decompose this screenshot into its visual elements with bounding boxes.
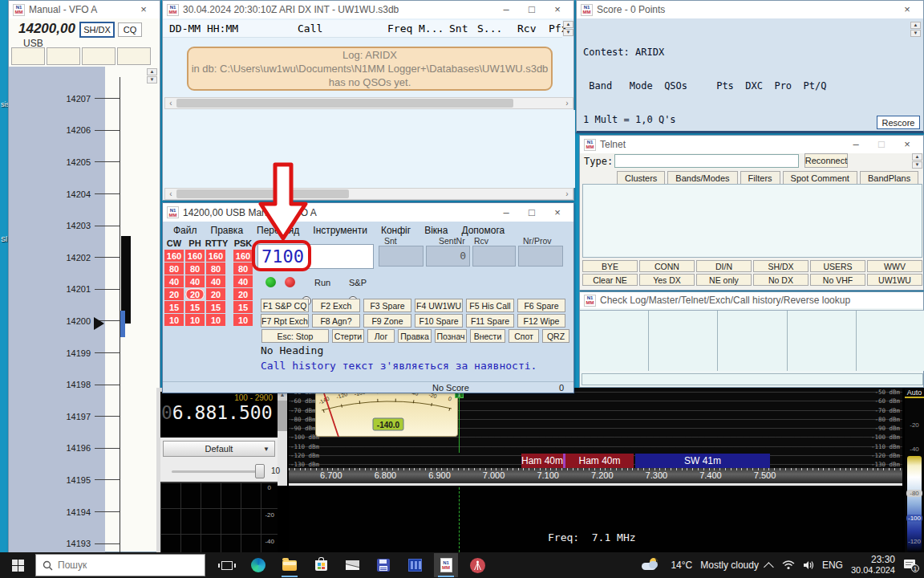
action-buttons-row[interactable]: Esc: StopСтертиЛогПравкаПозначВнестиСпот… <box>261 329 569 343</box>
bandmap-frequency-row[interactable]: 14207 <box>10 83 120 115</box>
maximize-icon[interactable]: □ <box>869 137 894 152</box>
log-header-row[interactable]: DD-MM HH:MM Call Freq M... Snt S... Rcv … <box>163 20 562 38</box>
log-scrollbar-2[interactable]: ‹ › <box>164 188 573 200</box>
reconnect-button[interactable]: Reconnect <box>804 153 848 168</box>
log-titlebar[interactable]: N1MM 30.04.2024 20:30:10Z ARI DX INT - U… <box>163 1 573 18</box>
fkey-button[interactable]: F6 Spare <box>517 299 565 312</box>
telnet-command-button[interactable]: No VHF <box>810 274 865 286</box>
col-freq[interactable]: Freq <box>387 22 412 35</box>
close-icon[interactable]: × <box>895 137 919 152</box>
colorbar-badge[interactable]: -80 <box>906 490 922 497</box>
telnet-command-button[interactable]: DI/N <box>696 260 752 272</box>
volume-slider[interactable]: 10 <box>160 462 278 482</box>
tray-expand-icon[interactable] <box>764 562 774 572</box>
sp-label[interactable]: S&P <box>349 278 367 287</box>
bandmap-frequency-row[interactable]: 14201 <box>10 274 120 306</box>
maximize-icon[interactable]: □ <box>520 206 544 220</box>
telnet-command-button[interactable]: Clear NE <box>582 274 638 286</box>
band-button[interactable]: 80 <box>185 263 205 275</box>
vfo-box-1[interactable] <box>11 47 45 65</box>
blue-grid-app-icon[interactable] <box>403 553 427 577</box>
score-titlebar[interactable]: N1MM Score - 0 Points × <box>577 1 923 18</box>
sdr-radio-app-icon[interactable] <box>465 553 489 577</box>
close-icon[interactable]: × <box>545 206 569 220</box>
ms-store-icon[interactable] <box>309 553 333 577</box>
telnet-command-button[interactable]: NE only <box>696 274 752 286</box>
action-button[interactable]: Стерти <box>332 329 364 343</box>
band-button[interactable]: 10 <box>185 314 205 326</box>
bandmap-frequency-row[interactable]: 14206 <box>10 115 120 147</box>
spectrum-panel[interactable]: -50 dBm-60 dBm-70 dBm-80 dBm-90 dBm-100 … <box>289 388 902 487</box>
tray-temperature[interactable]: 14°C <box>671 560 692 571</box>
minimize-icon[interactable]: – <box>494 206 518 220</box>
colorbar-auto[interactable]: Auto <box>905 388 924 398</box>
band-button[interactable]: 40 <box>185 275 205 287</box>
band-button[interactable]: 20 <box>164 288 184 300</box>
taskbar-search[interactable] <box>35 554 205 576</box>
maximize-icon[interactable]: □ <box>520 2 544 17</box>
close-icon[interactable]: × <box>132 2 156 17</box>
menu-tools[interactable]: Інструменти <box>313 225 367 236</box>
telnet-tab[interactable]: Spot Comment <box>783 171 857 184</box>
waterfall-colorbar[interactable]: Auto -20 -40 -80 -100 -120 <box>905 388 924 552</box>
band-button[interactable]: 20 <box>185 288 205 300</box>
telnet-command-button[interactable]: BYE <box>582 260 638 272</box>
band-button[interactable]: 10 <box>233 314 253 326</box>
entry-titlebar[interactable]: N1MM 14200,00 USB Manual - VFO A – □ × <box>163 203 573 222</box>
action-button[interactable]: Лог <box>367 329 395 343</box>
fkey-button[interactable]: F11 Spare <box>466 314 514 328</box>
telnet-output-area[interactable] <box>582 184 922 258</box>
action-button[interactable]: Правка <box>398 329 432 343</box>
file-explorer-icon[interactable] <box>278 553 302 577</box>
band-button[interactable]: 40 <box>164 275 184 287</box>
menu-edit[interactable]: Правка <box>211 225 244 236</box>
telnet-command-button[interactable]: No DX <box>753 274 808 286</box>
waterfall-panel[interactable]: Freq: 7.1 MHz <box>289 487 902 552</box>
col-call[interactable]: Call <box>298 22 322 35</box>
shdx-button[interactable]: SH/DX <box>79 22 115 38</box>
run-label[interactable]: Run <box>314 278 330 287</box>
bandmap-frequency-row[interactable]: 14199 <box>10 337 120 369</box>
col-mode[interactable]: M... <box>419 22 444 35</box>
weather-icon[interactable] <box>642 558 663 572</box>
red-indicator[interactable] <box>285 277 295 287</box>
rescore-button[interactable]: Rescore <box>877 116 920 129</box>
log-spinner[interactable]: ▲▼ <box>563 21 573 36</box>
bandmap-frequency-row[interactable]: 14203 <box>10 210 120 242</box>
telnet-command-button[interactable]: CONN <box>639 260 695 272</box>
action-button[interactable]: Познач <box>435 329 467 343</box>
fkeys-row2[interactable]: F7 Rpt ExchF8 Agn?F9 ZoneF10 SpareF11 Sp… <box>261 314 565 328</box>
action-button[interactable]: Esc: Stop <box>261 329 329 343</box>
vfo-box-2[interactable] <box>47 47 80 65</box>
minimize-icon[interactable]: – <box>844 137 868 152</box>
band-button[interactable]: 160 <box>233 250 253 262</box>
band-button[interactable]: 15 <box>206 301 225 313</box>
action-button[interactable]: QRZ <box>542 329 569 343</box>
telnet-tabs[interactable]: ClustersBands/ModesFiltersSpot CommentBa… <box>617 171 918 184</box>
telnet-command-button[interactable]: USERS <box>810 260 865 272</box>
band-button[interactable]: 20 <box>233 288 253 300</box>
score-spinner[interactable]: ▲▼ <box>910 22 921 37</box>
band-column-ph[interactable]: 1608040201510 <box>185 250 205 326</box>
fkey-button[interactable]: F7 Rpt Exch <box>261 314 309 328</box>
close-icon[interactable]: × <box>895 2 919 17</box>
close-icon[interactable]: × <box>545 2 569 17</box>
tray-clock[interactable]: 23:30 30.04.2024 <box>851 555 895 576</box>
telnet-command-button[interactable]: Yes DX <box>639 274 695 286</box>
bandmap-spinner[interactable]: ▲▼ <box>147 68 157 83</box>
fkey-button[interactable]: F12 Wipe <box>517 314 565 328</box>
col-datetime[interactable]: DD-MM HH:MM <box>169 22 238 35</box>
menu-windows[interactable]: Вікна <box>424 225 448 236</box>
cq-button[interactable]: CQ <box>118 22 142 37</box>
col-rcv[interactable]: Rcv <box>517 22 536 35</box>
start-button[interactable] <box>0 553 35 577</box>
fkey-button[interactable]: F9 Zone <box>363 314 411 328</box>
band-button[interactable]: 40 <box>233 275 253 287</box>
band-button[interactable]: 40 <box>206 275 225 287</box>
telnet-command-button[interactable]: UW1WU <box>867 274 922 286</box>
colorbar-badge[interactable]: -100 <box>906 515 922 522</box>
fkey-button[interactable]: F2 Exch <box>312 299 360 312</box>
bandmap-frequency-row[interactable]: 14202 <box>10 242 120 274</box>
menu-help[interactable]: Допомога <box>461 225 505 236</box>
sdr-frequency-display[interactable]: 100 - 2900 06.881.500 <box>160 392 278 438</box>
